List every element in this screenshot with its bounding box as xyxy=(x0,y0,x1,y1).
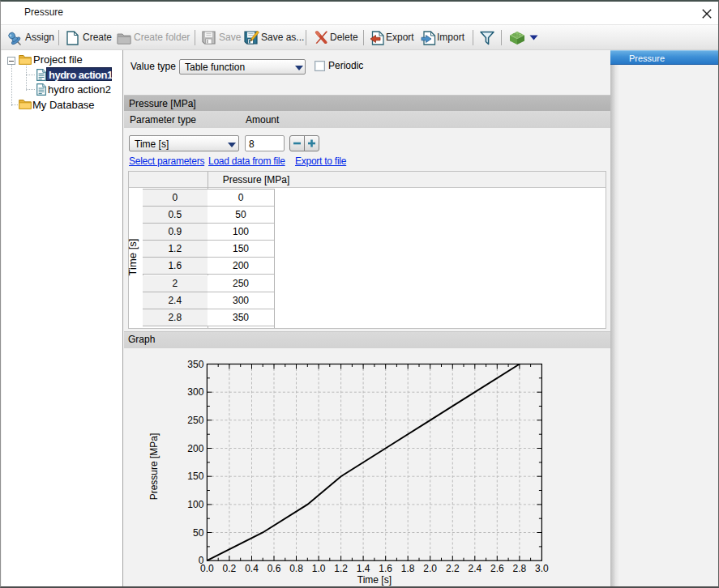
svg-text:200: 200 xyxy=(187,443,203,454)
svg-text:250: 250 xyxy=(187,415,203,426)
svg-text:0.4: 0.4 xyxy=(245,563,259,574)
svg-text:300: 300 xyxy=(187,386,203,398)
svg-text:100: 100 xyxy=(187,499,203,510)
svg-text:2.8: 2.8 xyxy=(513,563,527,574)
svg-text:1.2: 1.2 xyxy=(334,563,348,574)
svg-text:2.4: 2.4 xyxy=(468,563,481,574)
svg-text:1.4: 1.4 xyxy=(357,563,370,574)
svg-text:350: 350 xyxy=(187,359,203,370)
svg-text:2.6: 2.6 xyxy=(490,563,504,574)
svg-text:1.0: 1.0 xyxy=(312,563,326,574)
svg-text:0.2: 0.2 xyxy=(223,563,237,574)
svg-text:3.0: 3.0 xyxy=(535,563,549,574)
svg-text:50: 50 xyxy=(193,527,204,539)
svg-text:1.6: 1.6 xyxy=(379,563,392,574)
svg-text:0.8: 0.8 xyxy=(289,563,303,574)
svg-text:Pressure [MPa]: Pressure [MPa] xyxy=(148,433,160,501)
svg-text:1.8: 1.8 xyxy=(401,563,415,574)
svg-text:0: 0 xyxy=(199,555,204,566)
svg-text:2.0: 2.0 xyxy=(423,563,437,574)
svg-text:0.6: 0.6 xyxy=(267,563,281,574)
svg-text:2.2: 2.2 xyxy=(446,563,460,574)
svg-text:Time [s]: Time [s] xyxy=(357,574,392,586)
svg-text:150: 150 xyxy=(187,471,203,482)
